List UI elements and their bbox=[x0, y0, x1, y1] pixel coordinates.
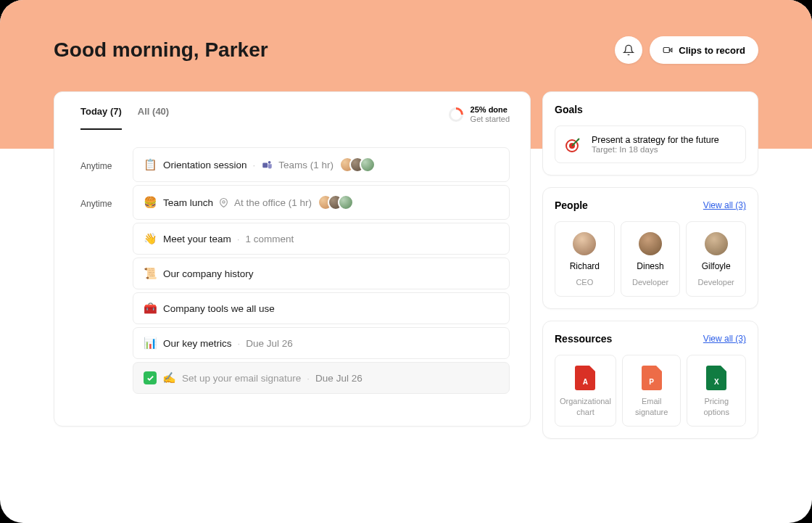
task-meta: Teams (1 hr) bbox=[278, 160, 334, 170]
goals-title: Goals bbox=[555, 104, 583, 115]
resources-panel: Ressources View all (3) A Organizational… bbox=[542, 321, 758, 439]
resources-view-all-link[interactable]: View all (3) bbox=[703, 334, 746, 344]
teams-icon bbox=[261, 159, 273, 170]
ppt-file-icon: P bbox=[642, 366, 662, 390]
people-view-all-link[interactable]: View all (3) bbox=[703, 200, 746, 210]
xls-file-icon: X bbox=[706, 366, 726, 390]
task-location: At the office (1 hr) bbox=[234, 197, 312, 208]
task-card[interactable]: 👋 Meet your team · 1 comment bbox=[133, 223, 510, 255]
task-emoji: ✍️ bbox=[162, 371, 176, 384]
task-title: Meet your team bbox=[163, 234, 231, 244]
task-emoji: 🍔 bbox=[144, 196, 157, 209]
task-card[interactable]: 🍔 Team lunch At the office (1 hr) bbox=[133, 185, 510, 220]
goals-panel: Goals Present a strategy for the future … bbox=[542, 91, 758, 176]
tab-today[interactable]: Today (7) bbox=[80, 106, 122, 130]
separator: · bbox=[238, 338, 241, 349]
svg-point-3 bbox=[223, 201, 225, 203]
task-avatars bbox=[339, 157, 376, 173]
task-card[interactable]: 📜 Our company history bbox=[133, 258, 510, 289]
resource-name: Email signature bbox=[627, 396, 676, 417]
task-title: Set up your email signature bbox=[182, 373, 301, 384]
svg-rect-0 bbox=[663, 48, 669, 53]
goal-target: Target: In 18 days bbox=[592, 145, 719, 154]
checkbox-checked-icon[interactable] bbox=[144, 371, 157, 384]
task-card[interactable]: 📊 Our key metrics · Due Jul 26 bbox=[133, 327, 510, 359]
person-card[interactable]: Dinesh Developer bbox=[621, 221, 681, 297]
separator: · bbox=[307, 373, 310, 384]
task-title: Team lunch bbox=[163, 197, 213, 208]
task-emoji: 🧰 bbox=[144, 302, 157, 315]
progress-pct: 25% done bbox=[471, 105, 510, 115]
tab-all[interactable]: All (40) bbox=[138, 106, 169, 130]
resource-card[interactable]: X Pricing options bbox=[687, 355, 746, 427]
task-title: Our company history bbox=[163, 268, 254, 279]
greeting: Good morning, Parker bbox=[54, 38, 268, 62]
target-icon bbox=[564, 135, 583, 154]
task-due: Due Jul 26 bbox=[315, 373, 362, 384]
people-title: People bbox=[555, 199, 588, 211]
task-card-completed[interactable]: ✍️ Set up your email signature · Due Jul… bbox=[133, 362, 510, 394]
clips-to-record-button[interactable]: Clips to record bbox=[650, 36, 758, 64]
task-card[interactable]: 🧰 Company tools we all use bbox=[133, 292, 510, 324]
separator: · bbox=[237, 234, 240, 244]
people-panel: People View all (3) Richard CEO Dinesh D… bbox=[542, 187, 758, 309]
task-card[interactable]: 📋 Orientation session · Teams (1 hr) bbox=[133, 147, 510, 182]
task-avatars bbox=[318, 194, 354, 210]
avatar bbox=[705, 232, 728, 255]
resource-name: Organizational chart bbox=[560, 396, 611, 417]
task-title: Company tools we all use bbox=[163, 303, 275, 314]
task-comments: 1 comment bbox=[246, 234, 294, 244]
separator: · bbox=[253, 160, 256, 170]
bell-icon bbox=[623, 44, 634, 56]
person-role: Developer bbox=[632, 277, 668, 287]
task-emoji: 👋 bbox=[144, 232, 157, 245]
task-emoji: 📊 bbox=[144, 337, 157, 350]
person-card[interactable]: Richard CEO bbox=[555, 221, 615, 297]
resource-card[interactable]: A Organizational chart bbox=[555, 355, 616, 427]
progress-indicator[interactable]: 25% done Get started bbox=[449, 105, 510, 130]
task-emoji: 📜 bbox=[144, 267, 157, 280]
person-name: Gilfoyle bbox=[702, 261, 731, 271]
progress-ring-icon bbox=[449, 107, 463, 122]
avatar bbox=[573, 232, 596, 255]
person-name: Richard bbox=[570, 261, 600, 271]
resource-name: Pricing options bbox=[692, 396, 741, 417]
person-name: Dinesh bbox=[637, 261, 663, 271]
avatar bbox=[639, 232, 662, 255]
resources-title: Ressources bbox=[555, 333, 612, 345]
notifications-button[interactable] bbox=[615, 36, 642, 64]
task-time: Anytime bbox=[80, 199, 133, 209]
tasks-panel: Today (7) All (40) 25% done Get started bbox=[54, 91, 531, 427]
task-due: Due Jul 26 bbox=[246, 338, 293, 349]
pdf-file-icon: A bbox=[575, 366, 595, 390]
svg-rect-1 bbox=[262, 162, 268, 168]
clips-label: Clips to record bbox=[679, 45, 745, 56]
person-role: CEO bbox=[576, 277, 593, 287]
task-title: Orientation session bbox=[163, 160, 247, 170]
person-role: Developer bbox=[698, 277, 734, 287]
progress-sub: Get started bbox=[471, 115, 510, 124]
task-row: Anytime 🍔 Team lunch At the office (1 hr… bbox=[80, 185, 510, 223]
person-card[interactable]: Gilfoyle Developer bbox=[686, 221, 746, 297]
svg-point-2 bbox=[268, 161, 271, 164]
video-icon bbox=[663, 45, 673, 55]
resource-card[interactable]: P Email signature bbox=[622, 355, 682, 427]
goal-title: Present a strategy for the future bbox=[592, 135, 719, 145]
task-time: Anytime bbox=[80, 161, 133, 171]
location-pin-icon bbox=[219, 198, 228, 207]
goal-card[interactable]: Present a strategy for the future Target… bbox=[555, 125, 746, 163]
task-title: Our key metrics bbox=[163, 338, 232, 349]
task-row: Anytime 📋 Orientation session · Teams (1… bbox=[80, 147, 510, 185]
task-emoji: 📋 bbox=[144, 158, 157, 171]
